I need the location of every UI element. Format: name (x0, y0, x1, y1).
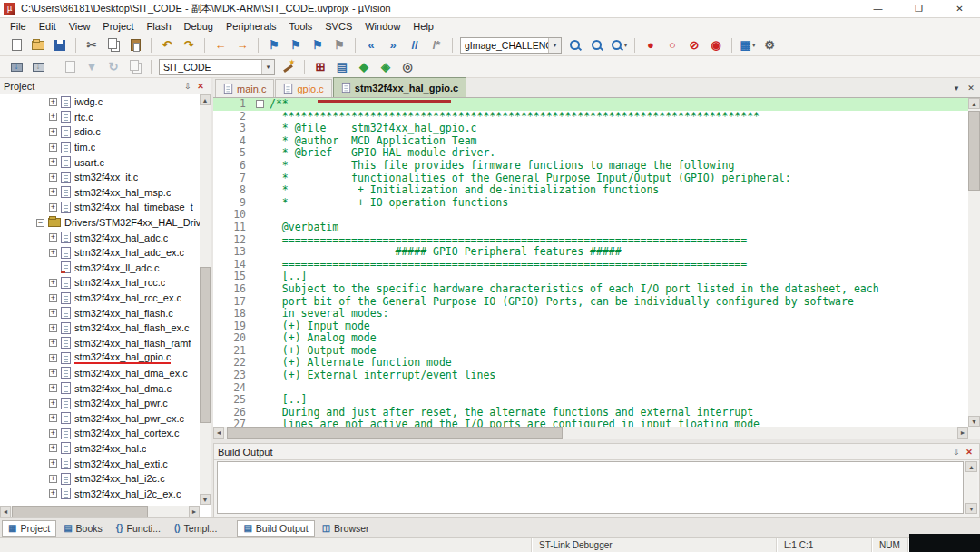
tree-item-stm32f4xx_hal_i2c.c[interactable]: +stm32f4xx_hal_i2c.c (0, 471, 200, 487)
dock-tab-browser[interactable]: ◫Browser (316, 520, 376, 537)
batch-build-button[interactable] (125, 58, 145, 76)
dock-tab-project[interactable]: ▦Project (2, 520, 56, 537)
navigate-back-button[interactable]: ← (211, 36, 230, 54)
code-line-7[interactable]: 7 * functionalities of the General Purpo… (213, 172, 968, 185)
tab-main.c[interactable]: main.c (215, 79, 274, 97)
scroll-up-icon[interactable]: ▲ (968, 98, 980, 109)
code-line-4[interactable]: 4 * @author MCD Application Team (213, 135, 968, 148)
menu-tools[interactable]: Tools (283, 21, 319, 32)
panel-close-icon[interactable]: ✕ (963, 446, 975, 458)
menu-window[interactable]: Window (358, 21, 407, 32)
build-output-content[interactable] (217, 461, 964, 514)
code-line-21[interactable]: 21 (+) Output mode (213, 345, 968, 358)
scroll-down-icon[interactable]: ▼ (965, 503, 977, 514)
fold-collapse-icon[interactable]: − (256, 100, 264, 108)
build-button[interactable]: ▼ (82, 58, 102, 76)
translate-button[interactable] (60, 58, 80, 76)
expand-icon[interactable]: + (49, 98, 57, 106)
incremental-find-button[interactable]: ▾ (609, 36, 629, 54)
find-in-files-button[interactable] (587, 36, 607, 54)
code-line-18[interactable]: 18 in several modes: (213, 308, 968, 320)
tree-item-tim.c[interactable]: +tim.c (0, 140, 200, 155)
pack-installer-button[interactable]: ◈ (376, 58, 396, 76)
code-line-11[interactable]: 11 @verbatim (213, 222, 968, 234)
dock-tab-templ-[interactable]: ()Templ... (168, 520, 223, 537)
expand-icon[interactable]: + (49, 279, 57, 287)
tree-item-rtc.c[interactable]: +rtc.c (0, 110, 200, 125)
copy-button[interactable] (103, 36, 123, 54)
expand-icon[interactable]: + (49, 173, 57, 182)
expand-icon[interactable]: + (49, 203, 57, 212)
code-line-17[interactable]: 17 port bit of the General Purpose IO (G… (213, 296, 968, 309)
breakpoint-disable-button[interactable]: ○ (662, 36, 682, 54)
scroll-right-icon[interactable]: ► (957, 427, 968, 439)
pin-icon[interactable]: ⇩ (950, 446, 963, 458)
code-line-26[interactable]: 26 During and just after reset, the alte… (213, 407, 968, 419)
paste-button[interactable] (125, 36, 145, 54)
code-line-5[interactable]: 5 * @brief GPIO HAL module driver. (213, 147, 968, 160)
bookmark-clear-button[interactable]: ⚑ (329, 36, 349, 54)
expand-icon[interactable]: + (49, 143, 57, 152)
expand-icon[interactable]: + (49, 444, 57, 452)
redo-button[interactable]: ↷ (179, 36, 199, 54)
scroll-down-icon[interactable]: ▼ (968, 416, 980, 427)
tab-list-icon[interactable]: ▾ (949, 81, 964, 95)
minimize-button[interactable]: — (858, 0, 898, 18)
dock-tab-functi-[interactable]: {}Functi... (110, 520, 167, 537)
tree-item-stm32f4xx_hal_flash_ramf[interactable]: +stm32f4xx_hal_flash_ramf (0, 336, 200, 351)
tree-item-stm32f4xx_hal_msp.c[interactable]: +stm32f4xx_hal_msp.c (0, 185, 200, 201)
expand-icon[interactable]: + (49, 324, 57, 332)
tree-item-stm32f4xx_hal_adc_ex.c[interactable]: +stm32f4xx_hal_adc_ex.c (0, 245, 200, 261)
code-line-1[interactable]: 1−/** (213, 98, 968, 111)
tree-item-stm32f4xx_hal_pwr_ex.c[interactable]: +stm32f4xx_hal_pwr_ex.c (0, 410, 200, 426)
navigate-forward-button[interactable]: → (232, 36, 252, 54)
code-line-19[interactable]: 19 (+) Input mode (213, 320, 968, 333)
open-file-button[interactable] (28, 36, 48, 54)
tree-item-stm32f4xx_hal_cortex.c[interactable]: +stm32f4xx_hal_cortex.c (0, 426, 200, 441)
expand-icon[interactable]: + (49, 233, 57, 242)
code-line-25[interactable]: 25 [..] (213, 394, 968, 407)
collapse-icon[interactable]: − (36, 219, 44, 227)
code-line-14[interactable]: 14 =====================================… (213, 259, 968, 271)
menu-file[interactable]: File (4, 21, 33, 32)
breakpoint-kill-all-button[interactable]: ◉ (706, 36, 726, 54)
tree-item-stm32f4xx_hal_flash_ex.c[interactable]: +stm32f4xx_hal_flash_ex.c (0, 320, 200, 336)
tree-item-stm32f4xx_hal_adc.c[interactable]: +stm32f4xx_hal_adc.c (0, 230, 200, 245)
expand-icon[interactable]: + (49, 459, 57, 468)
code-line-24[interactable]: 24 (213, 382, 968, 395)
code-line-15[interactable]: 15 [..] (213, 271, 968, 283)
tree-item-stm32f4xx_hal_gpio.c[interactable]: +stm32f4xx_hal_gpio.c (0, 350, 200, 366)
find-combo[interactable]: gImage_CHALLENGE_MO▾ (460, 37, 562, 54)
tree-item-stm32f4xx_hal.c[interactable]: +stm32f4xx_hal.c (0, 441, 200, 457)
uncomment-button[interactable]: /* (426, 36, 446, 54)
code-line-8[interactable]: 8 * + Initialization and de-initializati… (213, 184, 968, 197)
scrollbar-thumb[interactable] (200, 267, 211, 423)
tree-item-stm32f4xx_hal_pwr.c[interactable]: +stm32f4xx_hal_pwr.c (0, 396, 200, 411)
code-line-27[interactable]: 27 lines are not active and the I/O port… (213, 419, 968, 427)
code-line-3[interactable]: 3 * @file stm32f4xx_hal_gpio.c (213, 123, 968, 135)
code-line-22[interactable]: 22 (+) Alternate function mode (213, 357, 968, 370)
manage-project-items-button[interactable]: ⊞ (310, 58, 330, 76)
breakpoint-enable-all-button[interactable]: ⊘ (684, 36, 704, 54)
window-layout-button[interactable]: ▦▾ (738, 36, 758, 54)
rebuild-button[interactable]: ↻ (103, 58, 123, 76)
expand-icon[interactable]: + (49, 369, 57, 377)
expand-icon[interactable]: + (49, 309, 57, 317)
tab-stm32f4xx_hal_gpio.c[interactable]: stm32f4xx_hal_gpio.c (333, 77, 466, 97)
menu-project[interactable]: Project (96, 21, 140, 32)
code-line-10[interactable]: 10 (213, 209, 968, 222)
tab-close-icon[interactable]: ✕ (964, 81, 978, 95)
menu-svcs[interactable]: SVCS (318, 21, 358, 32)
manage-rte-button[interactable]: ◆ (354, 58, 374, 76)
indent-left-button[interactable]: « (361, 36, 381, 54)
tree-item-stm32f4xx_it.c[interactable]: +stm32f4xx_it.c (0, 170, 200, 185)
code-area[interactable]: 1−/**2 *********************************… (213, 98, 968, 427)
expand-icon[interactable]: + (49, 399, 57, 408)
file-extensions-button[interactable]: ▤ (332, 58, 352, 76)
dock-tab-books[interactable]: ▤Books (57, 520, 109, 537)
expand-icon[interactable]: + (49, 384, 57, 392)
menu-edit[interactable]: Edit (33, 21, 63, 32)
expand-icon[interactable]: + (49, 414, 57, 422)
target-select[interactable]: SIT_CODE▾ (159, 59, 275, 75)
tree-item-stm32f4xx_hal_rcc_ex.c[interactable]: +stm32f4xx_hal_rcc_ex.c (0, 291, 200, 306)
